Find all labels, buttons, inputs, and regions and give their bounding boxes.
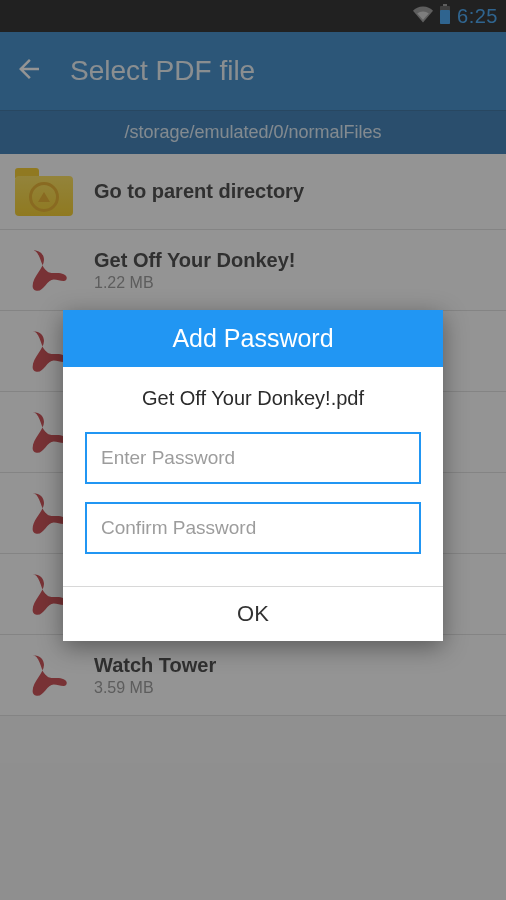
- password-input[interactable]: [85, 432, 421, 484]
- dialog-filename: Get Off Your Donkey!.pdf: [85, 387, 421, 410]
- modal-overlay[interactable]: Add Password Get Off Your Donkey!.pdf OK: [0, 0, 506, 900]
- dialog-title: Add Password: [63, 310, 443, 367]
- ok-button[interactable]: OK: [63, 587, 443, 641]
- add-password-dialog: Add Password Get Off Your Donkey!.pdf OK: [63, 310, 443, 641]
- confirm-password-input[interactable]: [85, 502, 421, 554]
